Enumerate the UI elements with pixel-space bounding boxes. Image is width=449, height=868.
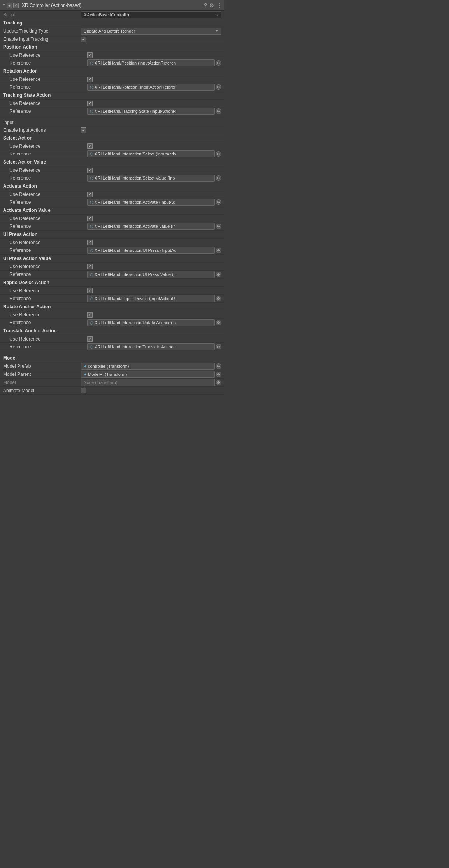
collapse-icon[interactable]: ▼: [2, 3, 5, 7]
enable-input-tracking-checkbox-wrapper: [81, 37, 86, 42]
select-value-ref-text: XRI LeftHand Interaction/Select Value (I…: [95, 176, 212, 180]
rotate-anchor-ref-icon: ⬡: [90, 321, 93, 325]
rotate-anchor-label: Rotate Anchor Action: [3, 304, 81, 309]
rotation-ref-field[interactable]: ⬡ XRI LeftHand/Rotation (InputActionRefe…: [87, 84, 215, 91]
ui-press-value-ref-field[interactable]: ⬡ XRI LeftHand Interaction/UI Press Valu…: [87, 271, 215, 278]
activate-value-use-ref-row: Use Reference: [0, 215, 224, 222]
ui-press-value-use-ref-row: Use Reference: [0, 263, 224, 271]
tracking-state-use-ref-label: Use Reference: [9, 101, 87, 106]
rotation-use-ref-label: Use Reference: [9, 77, 87, 82]
rotate-anchor-ref-select[interactable]: ⊙: [216, 320, 221, 325]
select-ref-field[interactable]: ⬡ XRI LeftHand Interaction/Select (Input…: [87, 150, 215, 157]
title-bar: ▼ # ✓ XR Controller (Action-based) ? ⚙ ⋮: [0, 0, 224, 11]
ui-press-value-use-ref-checkbox[interactable]: [87, 264, 93, 269]
more-icon[interactable]: ⋮: [217, 2, 222, 9]
model-section: Model: [0, 354, 224, 362]
translate-anchor-label: Translate Anchor Action: [3, 328, 81, 334]
select-use-ref-checkbox[interactable]: [87, 143, 93, 149]
activate-ref-row: Reference ⬡ XRI LeftHand Interaction/Act…: [0, 198, 224, 206]
model-parent-field[interactable]: ✦ ModelPt (Transform): [81, 371, 215, 378]
tracking-state-ref-field[interactable]: ⬡ XRI LeftHand/Tracking State (InputActi…: [87, 108, 215, 115]
select-value-use-ref-row: Use Reference: [0, 166, 224, 174]
activate-value-ref-field[interactable]: ⬡ XRI LeftHand Interaction/Activate Valu…: [87, 223, 215, 230]
activate-value-ref-select[interactable]: ⊙: [216, 224, 221, 229]
tracking-state-use-ref-checkbox[interactable]: [87, 101, 93, 106]
rotate-anchor-use-ref-label: Use Reference: [9, 312, 87, 318]
enable-input-tracking-checkbox[interactable]: [81, 37, 86, 42]
script-select-icon: ⊙: [216, 13, 219, 17]
translate-anchor-use-ref-checkbox[interactable]: [87, 336, 93, 342]
ui-press-use-ref-label: Use Reference: [9, 240, 87, 245]
activate-action-value-section: Activate Action Value: [0, 206, 224, 215]
tracking-state-section: Tracking State Action: [0, 91, 224, 100]
select-value-ref-field[interactable]: ⬡ XRI LeftHand Interaction/Select Value …: [87, 175, 215, 182]
help-icon[interactable]: ?: [204, 2, 207, 9]
rotate-anchor-use-ref-checkbox[interactable]: [87, 312, 93, 318]
position-use-ref-checkbox[interactable]: [87, 52, 93, 58]
translate-anchor-ref-row: Reference ⬡ XRI LeftHand Interaction/Tra…: [0, 343, 224, 351]
position-ref-field[interactable]: ⬡ XRI LeftHand/Position (InputActionRefe…: [87, 59, 215, 66]
haptic-ref-select[interactable]: ⊙: [216, 296, 221, 301]
rotate-anchor-use-ref-row: Use Reference: [0, 311, 224, 319]
activate-value-ref-row: Reference ⬡ XRI LeftHand Interaction/Act…: [0, 222, 224, 231]
spacer-2: [0, 351, 224, 354]
activate-use-ref-checkbox[interactable]: [87, 192, 93, 197]
rotate-anchor-section: Rotate Anchor Action: [0, 303, 224, 311]
enable-input-actions-row: Enable Input Actions: [0, 126, 224, 134]
activate-ref-select[interactable]: ⊙: [216, 199, 221, 205]
translate-anchor-ref-select[interactable]: ⊙: [216, 344, 221, 349]
animate-model-checkbox[interactable]: [81, 388, 86, 393]
haptic-device-section: Haptic Device Action: [0, 279, 224, 287]
ui-press-ref-field[interactable]: ⬡ XRI LeftHand Interaction/UI Press (Inp…: [87, 247, 215, 254]
title-bar-icons: ▼ # ✓: [2, 3, 19, 8]
model-parent-select[interactable]: ⊙: [216, 372, 221, 377]
rotation-ref-label: Reference: [9, 84, 87, 90]
translate-anchor-ref-field[interactable]: ⬡ XRI LeftHand Interaction/Translate Anc…: [87, 343, 215, 350]
script-field[interactable]: # ActionBasedController ⊙: [81, 11, 221, 18]
position-use-ref-row: Use Reference: [0, 51, 224, 59]
haptic-use-ref-checkbox[interactable]: [87, 288, 93, 293]
activate-ref-icon: ⬡: [90, 200, 93, 204]
rotation-ref-select[interactable]: ⊙: [216, 84, 221, 90]
tracking-label: Tracking: [3, 20, 81, 26]
script-name: # ActionBasedController: [84, 12, 130, 17]
update-tracking-label: Update Tracking Type: [3, 28, 81, 34]
select-value-ref-select[interactable]: ⊙: [216, 175, 221, 181]
model-parent-text: ModelPt (Transform): [88, 372, 212, 377]
activate-ref-text: XRI LeftHand Interaction/Activate (Input…: [95, 200, 212, 204]
tracking-section: Tracking: [0, 19, 224, 27]
ui-press-ref-label: Reference: [9, 248, 87, 253]
model-none-field[interactable]: None (Transform): [81, 379, 215, 386]
ui-press-value-use-ref-label: Use Reference: [9, 264, 87, 269]
ui-press-value-ref-label: Reference: [9, 272, 87, 277]
ui-press-value-ref-select[interactable]: ⊙: [216, 272, 221, 277]
ui-press-ref-select[interactable]: ⊙: [216, 248, 221, 253]
select-ref-select[interactable]: ⊙: [216, 151, 221, 157]
activate-ref-field[interactable]: ⬡ XRI LeftHand Interaction/Activate (Inp…: [87, 199, 215, 206]
check-icon[interactable]: ✓: [13, 3, 19, 8]
rotation-use-ref-checkbox[interactable]: [87, 77, 93, 82]
select-use-ref-label: Use Reference: [9, 143, 87, 149]
select-value-use-ref-checkbox[interactable]: [87, 168, 93, 173]
activate-use-ref-row: Use Reference: [0, 190, 224, 198]
ui-press-ref-text: XRI LeftHand Interaction/UI Press (Input…: [95, 248, 212, 253]
ui-press-ref-row: Reference ⬡ XRI LeftHand Interaction/UI …: [0, 246, 224, 255]
tracking-state-ref-select[interactable]: ⊙: [216, 108, 221, 114]
rotation-ref-icon: ⬡: [90, 85, 93, 89]
select-use-ref-row: Use Reference: [0, 142, 224, 150]
hash-icon: #: [7, 3, 12, 8]
rotate-anchor-ref-field[interactable]: ⬡ XRI LeftHand Interaction/Rotate Anchor…: [87, 319, 215, 326]
tracking-state-ref-label: Reference: [9, 108, 87, 114]
select-ref-row: Reference ⬡ XRI LeftHand Interaction/Sel…: [0, 150, 224, 158]
ui-press-use-ref-checkbox[interactable]: [87, 240, 93, 245]
model-prefab-select[interactable]: ⊙: [216, 363, 221, 369]
haptic-ref-field[interactable]: ⬡ XRI LeftHand/Haptic Device (InputActio…: [87, 295, 215, 302]
settings-icon[interactable]: ⚙: [209, 2, 214, 9]
activate-value-use-ref-checkbox[interactable]: [87, 216, 93, 221]
update-tracking-dropdown[interactable]: Update And Before Render ▼: [81, 28, 221, 35]
model-none-select[interactable]: ⊙: [216, 380, 221, 385]
haptic-use-ref-row: Use Reference: [0, 287, 224, 295]
model-prefab-field[interactable]: ✦ controller (Transform): [81, 363, 215, 370]
position-ref-select[interactable]: ⊙: [216, 60, 221, 66]
enable-input-actions-checkbox[interactable]: [81, 127, 86, 133]
